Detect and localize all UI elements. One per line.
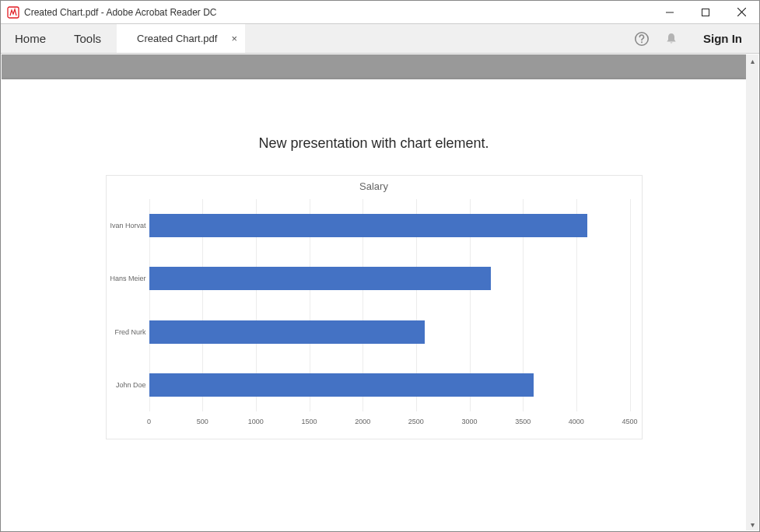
window-titlebar: Created Chart.pdf - Adobe Acrobat Reader… — [1, 1, 759, 24]
chart-x-tick: 3000 — [461, 418, 477, 425]
minimize-button[interactable] — [652, 1, 688, 24]
chart-plot: 050010001500200025003000350040004500Ivan… — [149, 199, 630, 411]
document-area[interactable]: New presentation with chart element. Sal… — [2, 54, 746, 530]
chart-x-tick: 0 — [147, 418, 151, 425]
chart-x-tick: 1000 — [248, 418, 264, 425]
notifications-icon[interactable] — [657, 24, 686, 53]
window-controls — [652, 1, 759, 24]
chart-bar — [149, 267, 491, 290]
chart-x-tick: 4000 — [569, 418, 584, 425]
chart-bar-row: Ivan Horvat — [149, 214, 630, 237]
chart-bar-row: Hans Meier — [149, 267, 630, 290]
toolbar-spacer — [245, 24, 627, 53]
chart-category-label: John Doe — [106, 381, 146, 389]
svg-rect-2 — [702, 9, 709, 16]
chart-x-tick: 2500 — [408, 418, 424, 425]
tab-label: Created Chart.pdf — [137, 33, 217, 44]
tools-button[interactable]: Tools — [60, 24, 115, 53]
window-title: Created Chart.pdf - Adobe Acrobat Reader… — [24, 7, 652, 18]
chart-bar — [149, 373, 534, 397]
scroll-up-arrow[interactable]: ▴ — [746, 54, 758, 67]
chart-x-tick: 3500 — [515, 418, 531, 425]
svg-point-6 — [641, 41, 643, 43]
maximize-button[interactable] — [688, 1, 723, 24]
chart-bar-row: John Doe — [149, 373, 630, 397]
chart-container: Salary 050010001500200025003000350040004… — [106, 175, 643, 439]
scroll-down-arrow[interactable]: ▾ — [746, 518, 758, 530]
chart-bar-row: Fred Nurk — [149, 320, 630, 344]
chart-x-tick: 2000 — [355, 418, 370, 425]
page-heading: New presentation with chart element. — [2, 135, 746, 152]
close-button[interactable] — [723, 1, 759, 24]
pdf-page: New presentation with chart element. Sal… — [2, 79, 746, 530]
vertical-scrollbar[interactable]: ▴ ▾ — [746, 54, 758, 530]
chart-x-tick: 500 — [197, 418, 208, 425]
signin-button[interactable]: Sign In — [686, 24, 759, 53]
home-button[interactable]: Home — [1, 24, 60, 53]
chart-x-tick: 1500 — [301, 418, 317, 425]
document-tab[interactable]: Created Chart.pdf × — [117, 24, 245, 53]
chart-x-tick: 4500 — [622, 418, 637, 425]
chart-title: Salary — [107, 176, 642, 192]
chart-bar — [149, 214, 587, 237]
app-icon — [7, 6, 19, 19]
svg-rect-0 — [8, 7, 19, 18]
tab-close-icon[interactable]: × — [231, 33, 237, 44]
chart-category-label: Fred Nurk — [106, 328, 146, 336]
main-toolbar: Home Tools Created Chart.pdf × Sign In — [1, 24, 759, 54]
document-viewport: New presentation with chart element. Sal… — [2, 54, 758, 530]
chart-gridline — [630, 199, 631, 411]
chart-bar — [149, 320, 425, 344]
chart-category-label: Hans Meier — [106, 275, 146, 282]
chart-category-label: Ivan Horvat — [106, 222, 146, 229]
help-icon[interactable] — [627, 24, 657, 53]
